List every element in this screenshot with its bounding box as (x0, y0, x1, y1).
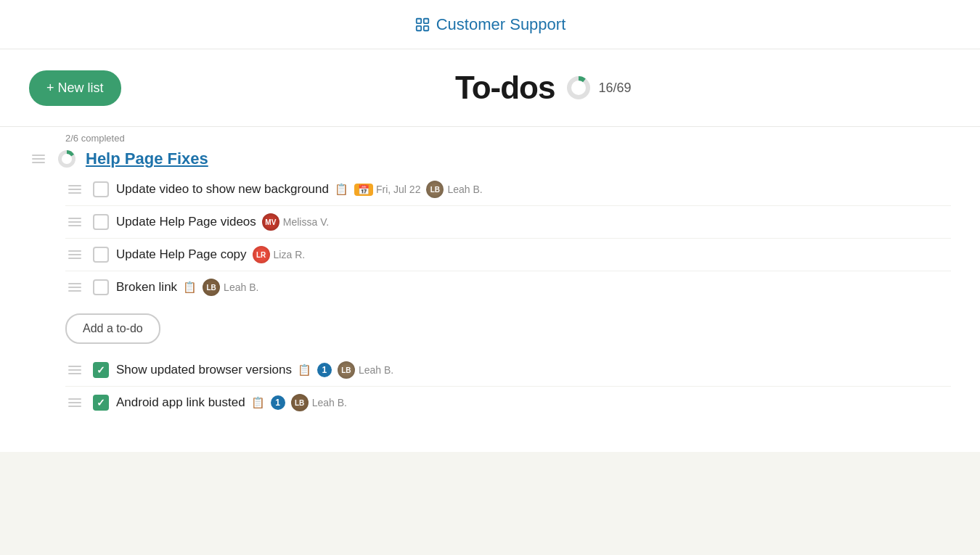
customer-support-title: Customer Support (436, 15, 566, 34)
page-title-area: To-dos 16/69 (136, 70, 951, 106)
customer-support-link[interactable]: Customer Support (415, 15, 566, 34)
comment-badge-6: 1 (271, 395, 285, 410)
assignee-2: MV Melissa V. (262, 213, 329, 231)
table-row: Show updated browser versions 📋 1 LB Lea… (65, 354, 951, 387)
progress-label: 16/69 (598, 81, 631, 96)
drag-handle[interactable] (65, 184, 84, 195)
assignee-1: LB Leah B. (426, 181, 482, 198)
assignee-3: LR Liza R. (253, 246, 306, 263)
grid-icon (415, 17, 430, 33)
todo-text-1: Update video to show new background 📋 📅 … (116, 181, 951, 198)
assignee-6: LB Leah B. (291, 394, 347, 411)
svg-rect-2 (416, 25, 420, 30)
assignee-5: LB Leah B. (338, 361, 393, 379)
table-row: Android app link busted 📋 1 LB Leah B. (65, 387, 951, 419)
progress-area: 16/69 (565, 74, 631, 102)
svg-rect-1 (424, 18, 428, 22)
page-title: To-dos (455, 70, 555, 106)
avatar-4: LB (203, 279, 220, 296)
avatar-1: LB (426, 181, 444, 198)
doc-icon: 📋 (251, 396, 265, 409)
comment-badge-5: 1 (317, 363, 332, 377)
svg-rect-0 (416, 18, 420, 22)
main-area: + New list To-dos 16/69 2/6 completed (0, 49, 980, 452)
drag-handle[interactable] (65, 249, 84, 260)
todo-text-6: Android app link busted 📋 1 LB Leah B. (116, 394, 951, 411)
todo-text-2: Update Help Page videos MV Melissa V. (116, 213, 951, 231)
doc-icon: 📋 (298, 363, 311, 377)
table-row: Update video to show new background 📋 📅 … (65, 173, 951, 206)
add-todo-button[interactable]: Add a to-do (65, 313, 160, 344)
todo-text-5: Show updated browser versions 📋 1 LB Lea… (116, 361, 951, 379)
doc-icon: 📋 (183, 281, 197, 294)
top-bar: Customer Support (0, 0, 980, 49)
list-title-link[interactable]: Help Page Fixes (86, 149, 208, 168)
completed-label: 2/6 completed (65, 133, 125, 144)
svg-point-5 (571, 81, 586, 95)
todo-text-3: Update Help Page copy LR Liza R. (116, 246, 951, 263)
avatar-5: LB (338, 361, 355, 379)
svg-point-7 (62, 154, 72, 164)
completed-todo-items: Show updated browser versions 📋 1 LB Lea… (65, 354, 951, 419)
svg-rect-3 (424, 25, 428, 30)
todo-checkbox-6[interactable] (93, 395, 109, 411)
table-row: Update Help Page copy LR Liza R. (65, 239, 951, 271)
table-row: Broken link 📋 LB Leah B. (65, 271, 951, 303)
todo-checkbox-3[interactable] (93, 247, 109, 263)
drag-handle[interactable] (65, 281, 84, 293)
todo-checkbox-2[interactable] (93, 214, 109, 230)
todo-text-4: Broken link 📋 LB Leah B. (116, 279, 951, 296)
doc-icon: 📋 (335, 183, 348, 196)
drag-handle[interactable] (65, 216, 84, 228)
drag-handle[interactable] (29, 153, 48, 165)
content-area: 2/6 completed Help Page Fixes (0, 127, 980, 452)
date-badge: 📅 Fri, Jul 22 (354, 184, 420, 196)
list-pie-chart (57, 149, 77, 169)
progress-pie-chart (565, 74, 592, 102)
new-list-button[interactable]: + New list (29, 70, 121, 106)
avatar-2: MV (262, 213, 279, 231)
calendar-icon: 📅 (354, 184, 373, 196)
header-row: + New list To-dos 16/69 (0, 49, 980, 127)
assignee-4: LB Leah B. (203, 279, 258, 296)
todo-checkbox-5[interactable] (93, 362, 109, 378)
todo-items: Update video to show new background 📋 📅 … (65, 173, 951, 303)
drag-handle[interactable] (65, 364, 84, 376)
drag-handle[interactable] (65, 397, 84, 408)
todo-checkbox-4[interactable] (93, 279, 109, 295)
list-section: 2/6 completed Help Page Fixes (29, 149, 951, 419)
list-header: 2/6 completed Help Page Fixes (29, 149, 951, 169)
table-row: Update Help Page videos MV Melissa V. (65, 206, 951, 239)
todo-checkbox-1[interactable] (93, 181, 109, 197)
avatar-3: LR (253, 246, 270, 263)
avatar-6: LB (291, 394, 309, 411)
